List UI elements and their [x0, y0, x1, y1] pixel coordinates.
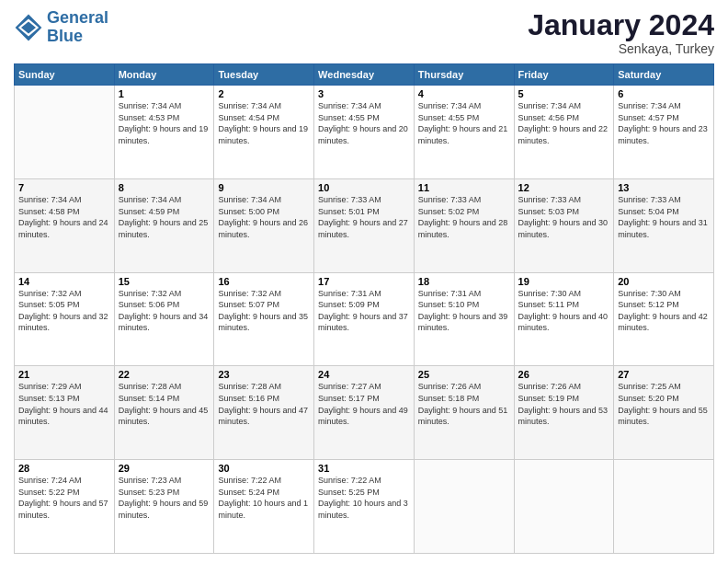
daylight: Daylight: 9 hours and 25 minutes. [119, 218, 209, 239]
day-number: 6 [618, 88, 710, 99]
header-saturday: Saturday [614, 64, 714, 86]
sunrise: Sunrise: 7:32 AM [18, 289, 82, 298]
sunrise: Sunrise: 7:32 AM [218, 289, 281, 298]
daylight: Daylight: 9 hours and 24 minutes. [18, 218, 108, 239]
sunset: Sunset: 5:17 PM [318, 394, 380, 403]
sunset: Sunset: 5:23 PM [119, 488, 180, 497]
daylight: Daylight: 9 hours and 49 minutes. [318, 406, 408, 427]
calendar-cell: 18Sunrise: 7:31 AMSunset: 5:10 PMDayligh… [414, 272, 514, 366]
calendar-cell: 17Sunrise: 7:31 AMSunset: 5:09 PMDayligh… [314, 272, 415, 366]
calendar-cell: 20Sunrise: 7:30 AMSunset: 5:12 PMDayligh… [614, 272, 714, 366]
header-monday: Monday [114, 64, 214, 86]
sunset: Sunset: 5:02 PM [418, 207, 480, 216]
daylight: Daylight: 9 hours and 55 minutes. [618, 406, 708, 427]
sunrise: Sunrise: 7:31 AM [418, 289, 482, 298]
sunset: Sunset: 5:13 PM [18, 394, 80, 403]
calendar-cell: 31Sunrise: 7:22 AMSunset: 5:25 PMDayligh… [314, 460, 415, 554]
day-detail: Sunrise: 7:34 AMSunset: 4:53 PMDaylight:… [119, 100, 210, 146]
daylight: Daylight: 9 hours and 37 minutes. [318, 312, 408, 333]
sunset: Sunset: 4:55 PM [418, 113, 480, 122]
daylight: Daylight: 9 hours and 30 minutes. [518, 218, 609, 239]
daylight: Daylight: 9 hours and 40 minutes. [518, 312, 609, 333]
day-detail: Sunrise: 7:32 AMSunset: 5:05 PMDaylight:… [18, 288, 110, 334]
calendar-cell: 10Sunrise: 7:33 AMSunset: 5:01 PMDayligh… [314, 178, 415, 272]
day-number: 7 [18, 182, 110, 193]
daylight: Daylight: 9 hours and 23 minutes. [618, 124, 708, 145]
daylight: Daylight: 9 hours and 19 minutes. [119, 124, 209, 145]
sunset: Sunset: 5:00 PM [218, 207, 279, 216]
sunset: Sunset: 5:04 PM [618, 207, 679, 216]
day-detail: Sunrise: 7:34 AMSunset: 4:56 PMDaylight:… [518, 100, 610, 146]
day-detail: Sunrise: 7:33 AMSunset: 5:01 PMDaylight:… [318, 194, 410, 240]
sunrise: Sunrise: 7:33 AM [518, 195, 582, 204]
sunset: Sunset: 5:01 PM [318, 207, 380, 216]
sunrise: Sunrise: 7:32 AM [119, 289, 182, 298]
daylight: Daylight: 10 hours and 3 minutes. [318, 499, 408, 520]
logo: General Blue [14, 9, 108, 46]
day-number: 22 [119, 369, 210, 380]
day-number: 8 [119, 182, 210, 193]
header-wednesday: Wednesday [314, 64, 415, 86]
day-detail: Sunrise: 7:27 AMSunset: 5:17 PMDaylight:… [318, 381, 410, 427]
daylight: Daylight: 9 hours and 22 minutes. [518, 124, 609, 145]
day-detail: Sunrise: 7:31 AMSunset: 5:10 PMDaylight:… [418, 288, 510, 334]
calendar-cell: 21Sunrise: 7:29 AMSunset: 5:13 PMDayligh… [15, 366, 115, 460]
calendar-cell: 12Sunrise: 7:33 AMSunset: 5:03 PMDayligh… [514, 178, 614, 272]
sunrise: Sunrise: 7:25 AM [618, 382, 681, 391]
calendar-cell: 19Sunrise: 7:30 AMSunset: 5:11 PMDayligh… [514, 272, 614, 366]
day-detail: Sunrise: 7:26 AMSunset: 5:18 PMDaylight:… [418, 381, 510, 427]
sunset: Sunset: 5:22 PM [18, 488, 80, 497]
page: General Blue January 2024 Senkaya, Turke… [0, 0, 728, 563]
calendar-cell: 6Sunrise: 7:34 AMSunset: 4:57 PMDaylight… [614, 86, 714, 179]
calendar-cell [414, 460, 514, 554]
day-number: 19 [518, 276, 610, 287]
day-number: 30 [218, 463, 310, 474]
day-detail: Sunrise: 7:30 AMSunset: 5:11 PMDaylight:… [518, 288, 610, 334]
sunrise: Sunrise: 7:34 AM [218, 195, 281, 204]
day-number: 13 [618, 182, 710, 193]
daylight: Daylight: 9 hours and 51 minutes. [418, 406, 508, 427]
sunrise: Sunrise: 7:28 AM [218, 382, 281, 391]
daylight: Daylight: 9 hours and 28 minutes. [418, 218, 508, 239]
header: General Blue January 2024 Senkaya, Turke… [14, 9, 714, 56]
day-detail: Sunrise: 7:23 AMSunset: 5:23 PMDaylight:… [119, 475, 210, 521]
calendar-week-3: 14Sunrise: 7:32 AMSunset: 5:05 PMDayligh… [15, 272, 714, 366]
day-detail: Sunrise: 7:34 AMSunset: 4:57 PMDaylight:… [618, 100, 710, 146]
calendar-title: January 2024 [528, 9, 714, 41]
day-number: 5 [518, 88, 610, 99]
day-number: 10 [318, 182, 410, 193]
day-number: 18 [418, 276, 510, 287]
calendar-week-2: 7Sunrise: 7:34 AMSunset: 4:58 PMDaylight… [15, 178, 714, 272]
day-number: 9 [218, 182, 310, 193]
day-number: 17 [318, 276, 410, 287]
day-detail: Sunrise: 7:31 AMSunset: 5:09 PMDaylight:… [318, 288, 410, 334]
header-friday: Friday [514, 64, 614, 86]
sunset: Sunset: 5:16 PM [218, 394, 279, 403]
calendar-cell: 4Sunrise: 7:34 AMSunset: 4:55 PMDaylight… [414, 86, 514, 179]
sunrise: Sunrise: 7:34 AM [518, 101, 582, 110]
day-detail: Sunrise: 7:33 AMSunset: 5:04 PMDaylight:… [618, 194, 710, 240]
day-detail: Sunrise: 7:33 AMSunset: 5:02 PMDaylight:… [418, 194, 510, 240]
calendar-cell: 15Sunrise: 7:32 AMSunset: 5:06 PMDayligh… [114, 272, 214, 366]
sunset: Sunset: 5:20 PM [618, 394, 679, 403]
sunset: Sunset: 4:58 PM [18, 207, 80, 216]
calendar-cell: 3Sunrise: 7:34 AMSunset: 4:55 PMDaylight… [314, 86, 415, 179]
sunset: Sunset: 5:05 PM [18, 300, 80, 309]
sunrise: Sunrise: 7:28 AM [119, 382, 182, 391]
day-number: 11 [418, 182, 510, 193]
daylight: Daylight: 9 hours and 47 minutes. [218, 406, 308, 427]
sunrise: Sunrise: 7:27 AM [318, 382, 381, 391]
calendar-cell: 8Sunrise: 7:34 AMSunset: 4:59 PMDaylight… [114, 178, 214, 272]
day-number: 25 [418, 369, 510, 380]
calendar-cell: 1Sunrise: 7:34 AMSunset: 4:53 PMDaylight… [114, 86, 214, 179]
header-tuesday: Tuesday [214, 64, 314, 86]
sunrise: Sunrise: 7:22 AM [318, 476, 381, 485]
sunrise: Sunrise: 7:33 AM [318, 195, 381, 204]
logo-line1: General [47, 8, 108, 27]
sunset: Sunset: 5:03 PM [518, 207, 580, 216]
day-number: 21 [18, 369, 110, 380]
daylight: Daylight: 9 hours and 27 minutes. [318, 218, 408, 239]
day-detail: Sunrise: 7:28 AMSunset: 5:14 PMDaylight:… [119, 381, 210, 427]
day-number: 31 [318, 463, 410, 474]
calendar-cell: 25Sunrise: 7:26 AMSunset: 5:18 PMDayligh… [414, 366, 514, 460]
